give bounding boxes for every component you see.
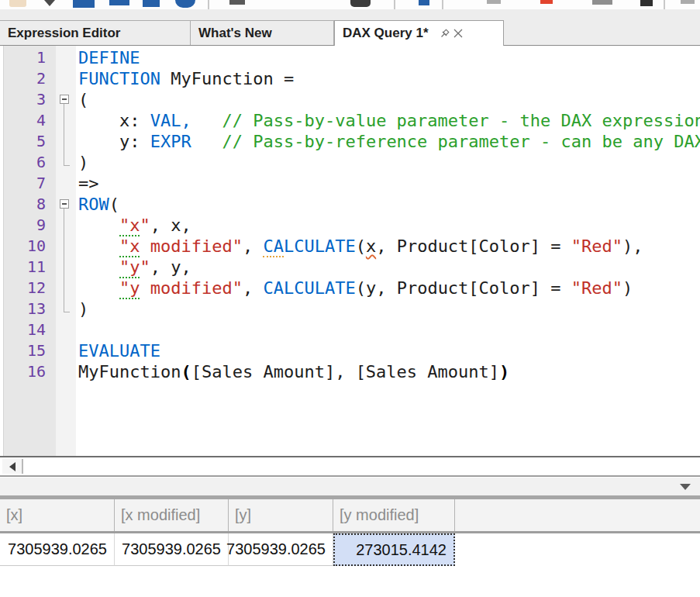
code-text: "x modified", CALCULATE(x, Product[Color… bbox=[76, 236, 643, 257]
blue-circle-icon[interactable] bbox=[175, 0, 195, 8]
dark-square-icon[interactable] bbox=[640, 0, 653, 6]
code-text: "y", y, bbox=[76, 257, 191, 278]
column-header-label: [x] bbox=[6, 506, 22, 524]
line-number: 13 bbox=[0, 298, 56, 319]
code-line: 14 bbox=[0, 319, 700, 340]
code-text: EVALUATE bbox=[76, 340, 160, 361]
line-number: 9 bbox=[0, 215, 56, 236]
fold-collapse-icon[interactable] bbox=[60, 199, 69, 209]
fold-toggle[interactable] bbox=[56, 194, 76, 215]
double-line-icon[interactable] bbox=[592, 0, 612, 5]
code-line: 12 "y modified", CALCULATE(y, Product[Co… bbox=[0, 278, 700, 298]
document-tab-bar: Expression EditorWhat's NewDAX Query 1* bbox=[0, 9, 700, 46]
fold-rail bbox=[56, 361, 76, 382]
code-line: 13) bbox=[0, 298, 700, 319]
column-header-label: [y] bbox=[235, 506, 251, 524]
column-header-label: [y modified] bbox=[340, 506, 419, 524]
code-text: => bbox=[76, 173, 99, 194]
dark-rounded-icon[interactable] bbox=[350, 0, 371, 7]
code-text: MyFunction([Sales Amount], [Sales Amount… bbox=[76, 361, 509, 382]
result-cell-x[interactable]: 7305939.0265 bbox=[0, 533, 115, 566]
line-number: 7 bbox=[0, 173, 56, 194]
code-text: ) bbox=[76, 298, 88, 319]
code-line: 11 "y", y, bbox=[0, 257, 700, 278]
header-filler bbox=[455, 499, 700, 531]
tab-label: DAX Query 1* bbox=[343, 26, 429, 41]
results-data-row: 7305939.02657305939.02657305939.02652730… bbox=[0, 533, 700, 566]
code-line: 4 x: VAL, // Pass-by-value parameter - t… bbox=[0, 110, 700, 131]
fold-rail bbox=[56, 110, 76, 131]
code-text: x: VAL, // Pass-by-value parameter - the… bbox=[76, 110, 700, 131]
fold-rail bbox=[56, 131, 76, 152]
line-number: 11 bbox=[0, 257, 56, 278]
arrow-down-icon[interactable] bbox=[44, 0, 55, 6]
tab-label: What's New bbox=[198, 26, 272, 41]
line-number: 15 bbox=[0, 340, 56, 361]
code-editor[interactable]: 1DEFINE2FUNCTION MyFunction =3(4 x: VAL,… bbox=[0, 46, 700, 456]
tab-label: Expression Editor bbox=[8, 26, 120, 41]
results-toolbar bbox=[0, 477, 700, 495]
code-line: 3( bbox=[0, 89, 700, 110]
left-arrow-icon bbox=[9, 462, 16, 471]
code-text: "x", x, bbox=[76, 215, 191, 236]
code-line: 5 y: EXPR // Pass-by-reference parameter… bbox=[0, 131, 700, 152]
blue-bar-icon[interactable] bbox=[109, 0, 129, 5]
new-document-icon[interactable] bbox=[9, 0, 26, 7]
separator bbox=[442, 0, 443, 9]
gray-line-icon[interactable] bbox=[681, 0, 695, 4]
code-text: "y modified", CALCULATE(y, Product[Color… bbox=[76, 278, 633, 298]
result-cell-y[interactable]: 7305939.0265 bbox=[229, 533, 333, 566]
code-line: 10 "x modified", CALCULATE(x, Product[Co… bbox=[0, 236, 700, 257]
result-cell-y-modified[interactable]: 273015.4142 bbox=[333, 533, 455, 566]
toolbar bbox=[0, 0, 700, 9]
scroll-left-button[interactable] bbox=[2, 459, 23, 474]
close-icon[interactable] bbox=[453, 28, 464, 39]
separator bbox=[208, 0, 209, 9]
dropdown-down-icon[interactable] bbox=[680, 484, 691, 490]
red-dash-icon[interactable] bbox=[540, 0, 553, 4]
result-cell-x-modified[interactable]: 7305939.0265 bbox=[115, 533, 229, 566]
line-number: 3 bbox=[0, 89, 56, 110]
tab-what-s-new[interactable]: What's New bbox=[191, 20, 334, 45]
column-header-x[interactable]: [x] bbox=[0, 499, 115, 531]
line-number: 5 bbox=[0, 131, 56, 152]
tab-expression-editor[interactable]: Expression Editor bbox=[0, 20, 191, 45]
code-text: y: EXPR // Pass-by-reference parameter -… bbox=[76, 131, 700, 152]
line-number: 8 bbox=[0, 194, 56, 215]
fold-rail bbox=[56, 47, 76, 68]
fold-rail bbox=[56, 236, 76, 257]
column-header-y[interactable]: [y] bbox=[229, 499, 333, 531]
run-icon[interactable] bbox=[73, 0, 95, 8]
fold-rail bbox=[56, 257, 76, 278]
line-number: 12 bbox=[0, 278, 56, 298]
gray-icon[interactable] bbox=[229, 0, 245, 5]
line-number: 1 bbox=[0, 47, 56, 68]
code-line: 9 "x", x, bbox=[0, 215, 700, 236]
fold-rail bbox=[56, 215, 76, 236]
pin-icon[interactable] bbox=[439, 28, 450, 40]
code-line: 16MyFunction([Sales Amount], [Sales Amou… bbox=[0, 361, 700, 382]
fold-toggle[interactable] bbox=[56, 89, 76, 110]
line-number: 2 bbox=[0, 68, 56, 89]
fold-collapse-icon[interactable] bbox=[60, 95, 69, 104]
line-number: 14 bbox=[0, 319, 56, 340]
search-icon[interactable] bbox=[419, 0, 429, 5]
column-header-y-modified[interactable]: [y modified] bbox=[333, 499, 455, 531]
code-text: DEFINE bbox=[76, 47, 140, 68]
fold-rail bbox=[56, 152, 76, 173]
blue-block-icon[interactable] bbox=[143, 0, 160, 7]
column-header-x-modified[interactable]: [x modified] bbox=[115, 499, 229, 531]
dax-studio-window: Expression EditorWhat's NewDAX Query 1* … bbox=[0, 0, 700, 597]
line-number: 10 bbox=[0, 236, 56, 257]
fold-rail bbox=[56, 278, 76, 298]
code-line: 15EVALUATE bbox=[0, 340, 700, 361]
line-number: 16 bbox=[0, 361, 56, 382]
code-text: ) bbox=[76, 152, 88, 173]
horizontal-scrollbar[interactable] bbox=[0, 456, 700, 477]
tab-dax-query-1[interactable]: DAX Query 1* bbox=[334, 20, 504, 46]
results-header-row: [x][x modified][y][y modified] bbox=[0, 499, 700, 533]
fold-rail bbox=[56, 319, 76, 340]
light-gray-icon[interactable] bbox=[487, 0, 501, 4]
code-text: FUNCTION MyFunction = bbox=[76, 68, 294, 89]
code-text: ( bbox=[76, 89, 88, 110]
